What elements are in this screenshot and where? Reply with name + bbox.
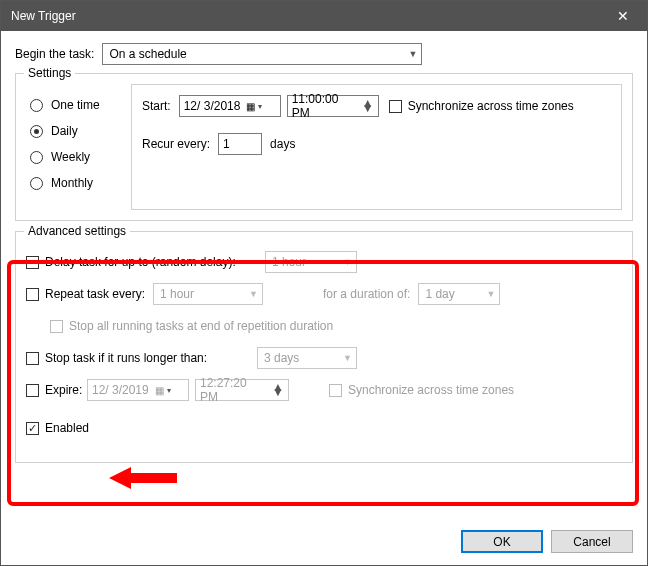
spinner-icon: ▲▼ bbox=[272, 385, 284, 395]
recur-days-input[interactable]: 1 bbox=[218, 133, 262, 155]
stop-longer-combo: 3 days▼ bbox=[257, 347, 357, 369]
recur-unit: days bbox=[270, 137, 295, 151]
expire-date-input: 12/ 3/2019 ▦ ▾ bbox=[87, 379, 189, 401]
dialog-buttons: OK Cancel bbox=[461, 530, 633, 553]
settings-fieldset: Settings One time Daily Weekly Monthly S… bbox=[15, 73, 633, 221]
annotation-arrow-icon bbox=[109, 463, 179, 493]
spinner-icon: ▲▼ bbox=[362, 101, 374, 111]
start-date-input[interactable]: 12/ 3/2018 ▦ ▾ bbox=[179, 95, 281, 117]
calendar-icon: ▦ bbox=[155, 385, 164, 396]
radio-monthly[interactable]: Monthly bbox=[30, 176, 127, 190]
delay-task-label: Delay task for up to (random delay): bbox=[45, 255, 265, 269]
begin-task-value: On a schedule bbox=[109, 47, 186, 61]
chevron-down-icon: ▼ bbox=[486, 289, 495, 299]
expire-time-input: 12:27:20 PM ▲▼ bbox=[195, 379, 289, 401]
delay-task-combo: 1 hour▼ bbox=[265, 251, 357, 273]
cancel-button[interactable]: Cancel bbox=[551, 530, 633, 553]
expire-label: Expire: bbox=[45, 383, 87, 397]
ok-button[interactable]: OK bbox=[461, 530, 543, 553]
chevron-down-icon: ▼ bbox=[343, 257, 352, 267]
window-title: New Trigger bbox=[11, 9, 76, 23]
repeat-task-checkbox[interactable] bbox=[26, 288, 39, 301]
new-trigger-dialog: New Trigger ✕ Begin the task: On a sched… bbox=[0, 0, 648, 566]
start-time-input[interactable]: 11:00:00 PM ▲▼ bbox=[287, 95, 379, 117]
stop-repeat-label: Stop all running tasks at end of repetit… bbox=[69, 319, 333, 333]
expire-sync-checkbox bbox=[329, 384, 342, 397]
enabled-label: Enabled bbox=[45, 421, 89, 435]
settings-legend: Settings bbox=[24, 66, 75, 80]
settings-detail-panel: Start: 12/ 3/2018 ▦ ▾ 11:00:00 PM ▲▼ bbox=[131, 84, 622, 210]
chevron-down-icon: ▾ bbox=[258, 102, 262, 111]
svg-marker-0 bbox=[109, 467, 177, 489]
repeat-duration-label: for a duration of: bbox=[323, 287, 410, 301]
delay-task-checkbox[interactable] bbox=[26, 256, 39, 269]
chevron-down-icon: ▾ bbox=[167, 386, 171, 395]
chevron-down-icon: ▼ bbox=[249, 289, 258, 299]
radio-one-time[interactable]: One time bbox=[30, 98, 127, 112]
start-label: Start: bbox=[142, 99, 171, 113]
radio-daily[interactable]: Daily bbox=[30, 124, 127, 138]
repeat-duration-combo: 1 day▼ bbox=[418, 283, 500, 305]
stop-longer-checkbox[interactable] bbox=[26, 352, 39, 365]
radio-icon bbox=[30, 151, 43, 164]
sync-timezones-label: Synchronize across time zones bbox=[408, 99, 574, 113]
radio-icon bbox=[30, 177, 43, 190]
chevron-down-icon: ▼ bbox=[343, 353, 352, 363]
begin-task-combo[interactable]: On a schedule ▼ bbox=[102, 43, 422, 65]
radio-icon bbox=[30, 125, 43, 138]
radio-icon bbox=[30, 99, 43, 112]
chevron-down-icon: ▼ bbox=[408, 49, 417, 59]
repeat-task-combo: 1 hour▼ bbox=[153, 283, 263, 305]
begin-task-label: Begin the task: bbox=[15, 47, 94, 61]
radio-weekly[interactable]: Weekly bbox=[30, 150, 127, 164]
stop-longer-label: Stop task if it runs longer than: bbox=[45, 351, 257, 365]
titlebar: New Trigger ✕ bbox=[1, 1, 647, 31]
stop-repeat-checkbox bbox=[50, 320, 63, 333]
recur-label: Recur every: bbox=[142, 137, 210, 151]
close-icon[interactable]: ✕ bbox=[609, 8, 637, 24]
advanced-legend: Advanced settings bbox=[24, 224, 130, 238]
enabled-checkbox[interactable] bbox=[26, 422, 39, 435]
sync-timezones-checkbox[interactable] bbox=[389, 100, 402, 113]
schedule-radio-group: One time Daily Weekly Monthly bbox=[26, 84, 131, 210]
advanced-settings-fieldset: Advanced settings Delay task for up to (… bbox=[15, 231, 633, 463]
calendar-icon: ▦ bbox=[246, 101, 255, 112]
repeat-task-label: Repeat task every: bbox=[45, 287, 153, 301]
expire-checkbox[interactable] bbox=[26, 384, 39, 397]
expire-sync-label: Synchronize across time zones bbox=[348, 383, 514, 397]
